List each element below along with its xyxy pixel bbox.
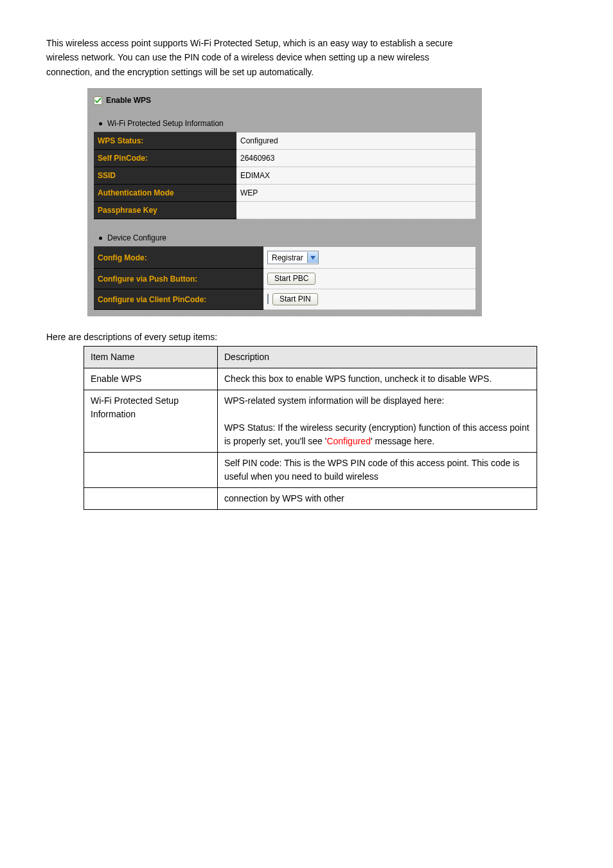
enable-wps-row: Enable WPS — [94, 93, 475, 114]
desc-item-name: Enable WPS — [84, 368, 218, 390]
config-mode-label: Config Mode: — [94, 247, 263, 269]
configure-client-pin-label: Configure via Client PinCode: — [94, 289, 263, 310]
table-row: Passphrase Key — [94, 202, 475, 219]
intro-paragraph: This wireless access point supports Wi-F… — [46, 36, 474, 79]
table-row: Wi-Fi Protected Setup InformationWPS-rel… — [84, 390, 537, 453]
wps-settings-panel: Enable WPS Wi-Fi Protected Setup Informa… — [87, 88, 482, 316]
desc-intro: Here are descriptions of every setup ite… — [46, 332, 474, 342]
chevron-down-icon — [307, 252, 318, 263]
enable-wps-label: Enable WPS — [106, 96, 151, 105]
device-configure-table: Config Mode: Registrar Configure via Pus… — [94, 246, 475, 310]
section-header-device-configure: Device Configure — [94, 228, 475, 246]
desc-item-name — [84, 488, 218, 510]
info-row-value — [236, 202, 475, 219]
config-mode-value: Registrar — [268, 253, 307, 262]
table-row: WPS Status:Configured — [94, 132, 475, 150]
table-row: Self PinCode:26460963 — [94, 150, 475, 167]
section-header-wps-info: Wi-Fi Protected Setup Information — [94, 114, 475, 132]
section-title: Wi-Fi Protected Setup Information — [107, 119, 224, 128]
table-row: connection by WPS with other — [84, 488, 537, 510]
desc-item-description: WPS-related system information will be d… — [218, 390, 537, 453]
desc-item-name: Wi-Fi Protected Setup Information — [84, 390, 218, 453]
table-row: Self PIN code: This is the WPS PIN code … — [84, 453, 537, 488]
info-row-label: Passphrase Key — [94, 202, 236, 219]
desc-item-description: Self PIN code: This is the WPS PIN code … — [218, 453, 537, 488]
client-pin-input[interactable] — [267, 294, 269, 304]
info-row-label: WPS Status: — [94, 132, 236, 150]
bullet-icon — [99, 237, 102, 240]
table-row: SSIDEDIMAX — [94, 167, 475, 185]
table-header-row: Item Name Description — [84, 347, 537, 368]
enable-wps-checkbox[interactable] — [94, 96, 102, 105]
configure-push-button-label: Configure via Push Button: — [94, 269, 263, 289]
description-table: Item Name Description Enable WPSCheck th… — [84, 346, 537, 510]
start-pin-button[interactable]: Start PIN — [272, 293, 318, 305]
bullet-icon — [99, 122, 102, 125]
config-mode-select[interactable]: Registrar — [267, 251, 319, 264]
col-header-item: Item Name — [84, 347, 218, 368]
info-row-value: Configured — [236, 132, 475, 150]
info-row-value: WEP — [236, 185, 475, 202]
info-row-label: Self PinCode: — [94, 150, 236, 167]
table-row: Enable WPSCheck this box to enable WPS f… — [84, 368, 537, 390]
desc-item-description: Check this box to enable WPS function, u… — [218, 368, 537, 390]
col-header-desc: Description — [218, 347, 537, 368]
start-pbc-button[interactable]: Start PBC — [267, 273, 315, 285]
desc-item-name — [84, 453, 218, 488]
desc-item-description: connection by WPS with other — [218, 488, 537, 510]
section-title: Device Configure — [107, 233, 166, 242]
table-row: Authentication ModeWEP — [94, 185, 475, 202]
info-row-label: SSID — [94, 167, 236, 185]
wps-info-table: WPS Status:ConfiguredSelf PinCode:264609… — [94, 132, 475, 219]
info-row-label: Authentication Mode — [94, 185, 236, 202]
info-row-value: 26460963 — [236, 150, 475, 167]
info-row-value: EDIMAX — [236, 167, 475, 185]
